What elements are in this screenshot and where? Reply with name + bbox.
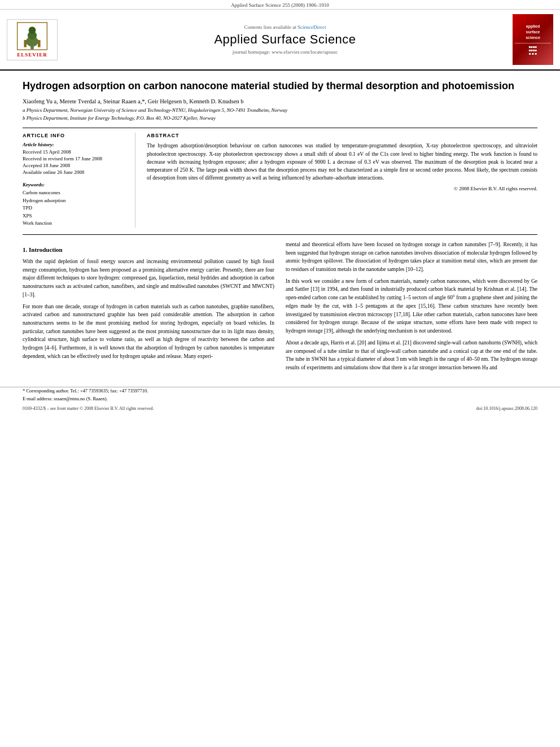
keyword-2: Hydrogen adsorption <box>23 197 128 205</box>
svg-rect-4 <box>24 40 27 47</box>
article-info-label: ARTICLE INFO <box>23 133 128 138</box>
abstract-copyright: © 2008 Elsevier B.V. All rights reserved… <box>147 186 537 191</box>
top-bar: Applied Surface Science 255 (2008) 1906–… <box>0 0 560 10</box>
body-para-1: With the rapid depletion of fossil energ… <box>23 257 274 299</box>
keyword-3: TPD <box>23 204 128 212</box>
sciencedirect-link[interactable]: ScienceDirect <box>298 24 326 30</box>
affiliation-b: b Physics Department, Institute for Ener… <box>23 115 537 123</box>
journal-center-info: Contents lists available at ScienceDirec… <box>63 24 507 55</box>
elsevier-tree-icon <box>15 22 49 50</box>
accepted-date: Accepted 18 June 2008 <box>23 163 128 168</box>
intro-heading: 1. Introduction <box>23 245 274 255</box>
keyword-5: Work function <box>23 220 128 228</box>
info-abstract-row: ARTICLE INFO Article history: Received 1… <box>23 133 537 228</box>
svg-rect-5 <box>38 40 41 47</box>
affiliations: a Physics Department, Norwegian Universi… <box>23 107 537 122</box>
journal-title: Applied Surface Science <box>63 32 507 47</box>
body-right-col: mental and theoretical efforts have been… <box>286 241 537 375</box>
body-para-5: About a decade ago, Harris et al. [20] a… <box>286 339 537 372</box>
footnote-email: E-mail address: sraaen@ntnu.no (S. Raaen… <box>23 395 537 403</box>
journal-citation: Applied Surface Science 255 (2008) 1906–… <box>231 2 329 8</box>
abstract-label: ABSTRACT <box>147 133 537 138</box>
article-title: Hydrogen adsorption on carbon nanocone m… <box>23 80 537 93</box>
body-separator <box>23 234 537 235</box>
affiliation-a: a Physics Department, Norwegian Universi… <box>23 107 537 115</box>
authors-line: Xiaofeng Yu a, Merete Tverdal a, Steinar… <box>23 98 537 104</box>
svg-point-3 <box>29 27 36 34</box>
homepage-line: journal homepage: www.elsevier.com/locat… <box>63 49 507 55</box>
body-two-col: 1. Introduction With the rapid depletion… <box>23 241 537 375</box>
cover-text: appliedsurfacescience <box>526 24 540 40</box>
received-date: Received 15 April 2008 <box>23 149 128 155</box>
body-para-2: For more than one decade, storage of hyd… <box>23 303 274 361</box>
journal-cover-image: appliedsurfacescience ■■■■■■■■■ ■ ■ <box>513 14 553 65</box>
journal-header: ELSEVIER Contents lists available at Sci… <box>0 10 560 71</box>
elsevier-brand-label: ELSEVIER <box>17 52 47 58</box>
article-area: Hydrogen adsorption on carbon nanocone m… <box>0 71 560 381</box>
available-date: Available online 26 June 2008 <box>23 169 128 175</box>
abstract-column: ABSTRACT The hydrogen adsorption/desorpt… <box>147 133 537 228</box>
body-para-3: mental and theoretical efforts have been… <box>286 241 537 274</box>
issn-line: 0169-4332/$ – see front matter © 2008 El… <box>23 406 154 411</box>
body-para-4: In this work we consider a new form of c… <box>286 277 537 335</box>
bottom-bar: 0169-4332/$ – see front matter © 2008 El… <box>0 404 560 413</box>
received-revised-date: Received in revised form 17 June 2008 <box>23 156 128 161</box>
keywords-list: Carbon nanocones Hydrogen adsorption TPD… <box>23 189 128 228</box>
elsevier-logo: ELSEVIER <box>7 19 58 60</box>
body-left-col: 1. Introduction With the rapid depletion… <box>23 241 274 375</box>
keyword-4: XPS <box>23 212 128 220</box>
separator-1 <box>23 128 537 128</box>
keyword-1: Carbon nanocones <box>23 189 128 197</box>
footnotes-area: * Corresponding author. Tel.: +47 735936… <box>0 387 560 403</box>
article-info-column: ARTICLE INFO Article history: Received 1… <box>23 133 135 228</box>
abstract-text: The hydrogen adsorption/desorption behav… <box>147 142 537 182</box>
keywords-label: Keywords: <box>23 182 128 187</box>
article-history-label: Article history: <box>23 142 128 147</box>
footnote-corresponding: * Corresponding author. Tel.: +47 735936… <box>23 387 537 395</box>
doi-line: doi:10.1016/j.apsusc.2008.06.120 <box>476 406 537 411</box>
contents-line: Contents lists available at ScienceDirec… <box>63 24 507 30</box>
cover-decoration: ■■■■■■■■■ ■ ■ <box>515 43 551 55</box>
